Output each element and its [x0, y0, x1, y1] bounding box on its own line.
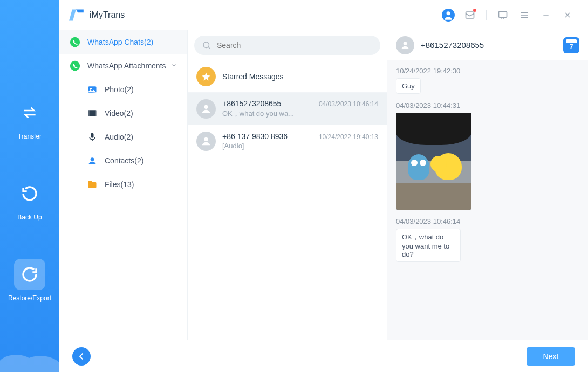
conversation-panel: +8615273208655 7 10/24/2022 19:42:30 Guy…	[387, 30, 588, 340]
svg-rect-4	[466, 12, 474, 18]
notification-dot	[473, 9, 476, 12]
message-bubble: Guy	[396, 78, 421, 94]
avatar-icon	[196, 99, 216, 119]
chat-preview: OK，what do you wa...	[222, 109, 378, 119]
svg-point-3	[447, 11, 450, 15]
sidebar-audio-label: Audio(2)	[105, 133, 133, 141]
menu-icon[interactable]	[517, 8, 532, 23]
sidebar-attachments-label: WhatsApp Attachments	[87, 61, 166, 70]
sidebar-contacts-label: Contacts(2)	[105, 156, 143, 165]
svg-rect-5	[499, 11, 507, 17]
close-icon[interactable]	[560, 8, 575, 23]
category-sidebar: WhatsApp Chats(2) WhatsApp Attachments P…	[59, 30, 188, 340]
next-button-label: Next	[543, 352, 559, 361]
chat-time: 10/24/2022 19:40:13	[319, 133, 378, 141]
video-icon	[86, 107, 98, 119]
star-icon	[196, 67, 216, 86]
sidebar-item-contacts[interactable]: Contacts(2)	[59, 149, 187, 173]
sidebar-item-chats[interactable]: WhatsApp Chats(2)	[59, 30, 187, 54]
starred-label: Starred Messages	[222, 72, 378, 81]
rail-backup-label: Back Up	[17, 213, 42, 221]
chat-list-panel: Starred Messages +8615273208655 04/03/20…	[188, 30, 387, 340]
svg-point-15	[203, 42, 209, 48]
chat-name: +86 137 9830 8936	[222, 132, 288, 141]
message-timestamp: 04/03/2023 10:46:14	[396, 217, 579, 225]
search-field[interactable]	[217, 41, 373, 50]
cloud-decor	[0, 340, 59, 372]
chat-row[interactable]: +8615273208655 04/03/2023 10:46:14 OK，wh…	[188, 93, 387, 125]
message-timestamp: 10/24/2022 19:42:30	[396, 67, 579, 75]
svg-point-16	[204, 105, 208, 108]
sidebar-video-label: Video(2)	[105, 109, 133, 118]
inbox-icon[interactable]	[462, 8, 477, 23]
app-title: iMyTrans	[90, 10, 125, 20]
titlebar: iMyTrans	[59, 0, 588, 30]
sidebar-photo-label: Photo(2)	[105, 85, 134, 94]
search-icon	[202, 40, 211, 50]
footer: Next	[59, 340, 588, 372]
audio-icon	[86, 131, 98, 143]
message-timestamp: 04/03/2023 10:44:31	[396, 101, 579, 109]
calendar-icon[interactable]: 7	[563, 37, 579, 53]
chevron-down-icon	[171, 61, 177, 70]
nav-rail: Transfer Back Up Restore/Export	[0, 0, 59, 372]
backup-icon	[14, 178, 45, 209]
svg-point-17	[204, 137, 208, 141]
sidebar-item-photo[interactable]: Photo(2)	[59, 78, 187, 101]
sidebar-chats-label: WhatsApp Chats(2)	[87, 38, 153, 46]
sidebar-item-audio[interactable]: Audio(2)	[59, 125, 187, 149]
message-bubble: OK，what do you want me to do?	[396, 229, 461, 262]
chat-preview: [Audio]	[222, 142, 378, 150]
files-icon	[86, 178, 98, 190]
message-image[interactable]	[396, 113, 471, 210]
rail-backup[interactable]: Back Up	[14, 178, 45, 221]
svg-point-6	[70, 37, 80, 47]
conversation-header: +8615273208655 7	[387, 30, 588, 60]
svg-point-18	[404, 42, 407, 45]
sidebar-files-label: Files(13)	[105, 180, 134, 189]
account-icon[interactable]	[441, 8, 456, 23]
chat-time: 04/03/2023 10:46:14	[319, 100, 378, 108]
svg-point-9	[90, 88, 92, 89]
chat-row[interactable]: +86 137 9830 8936 10/24/2022 19:40:13 [A…	[188, 125, 387, 157]
chat-name: +8615273208655	[222, 99, 281, 108]
starred-messages-row[interactable]: Starred Messages	[188, 60, 387, 93]
next-button[interactable]: Next	[527, 347, 575, 366]
conversation-body[interactable]: 10/24/2022 19:42:30 Guy 04/03/2023 10:44…	[387, 60, 588, 340]
svg-point-7	[70, 61, 80, 71]
svg-point-14	[91, 157, 94, 161]
titlebar-divider	[486, 10, 487, 20]
rail-transfer-label: Transfer	[18, 133, 42, 140]
whatsapp-icon	[69, 36, 81, 48]
feedback-icon[interactable]	[495, 8, 510, 23]
sidebar-item-video[interactable]: Video(2)	[59, 101, 187, 125]
svg-rect-13	[91, 133, 94, 138]
sidebar-item-attachments[interactable]: WhatsApp Attachments	[59, 54, 187, 78]
rail-restore[interactable]: Restore/Export	[8, 259, 51, 302]
contacts-icon	[86, 155, 98, 167]
conversation-title: +8615273208655	[421, 40, 484, 50]
minimize-icon[interactable]	[538, 8, 553, 23]
whatsapp-icon	[69, 60, 81, 72]
app-logo-icon	[69, 8, 84, 23]
sidebar-item-files[interactable]: Files(13)	[59, 173, 187, 196]
restore-icon	[14, 259, 45, 290]
rail-transfer[interactable]: Transfer	[14, 97, 45, 140]
svg-rect-11	[88, 110, 90, 116]
transfer-icon	[14, 97, 45, 128]
search-input[interactable]	[194, 36, 380, 55]
avatar-icon	[396, 36, 414, 54]
rail-restore-label: Restore/Export	[8, 294, 51, 302]
calendar-day: 7	[570, 43, 573, 51]
photo-icon	[86, 84, 98, 95]
back-button[interactable]	[72, 347, 91, 366]
avatar-icon	[196, 132, 216, 151]
svg-rect-12	[95, 110, 97, 116]
